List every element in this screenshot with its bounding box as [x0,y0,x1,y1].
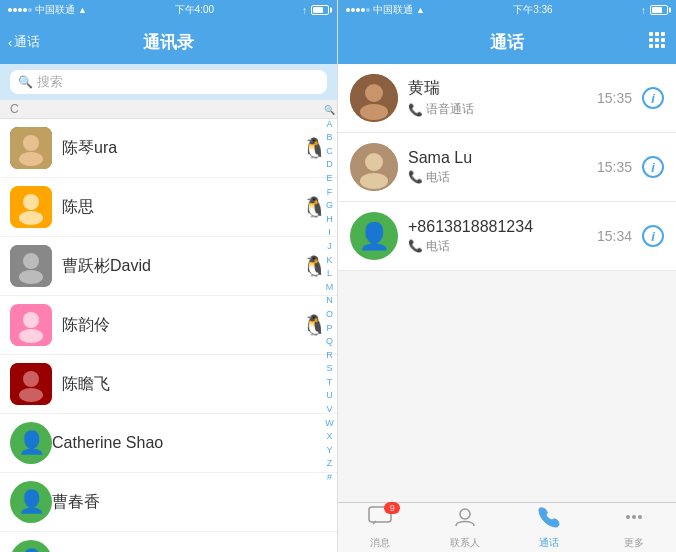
svg-point-11 [19,329,43,343]
index-z[interactable]: Z [327,457,333,470]
avatar: 👤 [350,212,398,260]
index-y[interactable]: Y [326,444,332,457]
tab-contacts[interactable]: 联系人 [423,503,508,552]
index-p[interactable]: P [326,322,332,335]
list-item[interactable]: 陈瞻飞 [0,355,337,414]
list-item[interactable]: 曹跃彬David 🐧 [0,237,337,296]
time-label: 下午4:00 [175,3,214,17]
list-item[interactable]: 黄瑞 📞 语音通话 15:35 i [338,64,676,133]
svg-point-7 [23,253,39,269]
svg-point-32 [626,515,630,519]
list-item[interactable]: 陈韵伶 🐧 [0,296,337,355]
index-a[interactable]: A [326,118,332,131]
person-icon: 👤 [18,430,45,456]
list-item[interactable]: 陈琴ura 🐧 [0,119,337,178]
svg-point-31 [460,509,470,519]
tab-bar: 9 消息 联系人 通话 [338,502,676,552]
call-time: 15:34 [597,228,632,244]
svg-rect-20 [661,38,665,42]
avatar: 👤 [10,540,52,552]
index-r[interactable]: R [326,349,333,362]
tab-calls[interactable]: 通话 [507,503,592,552]
call-time: 15:35 [597,159,632,175]
contact-list: C 陈琴ura 🐧 陈思 🐧 [0,100,337,552]
call-list: 黄瑞 📞 语音通话 15:35 i Sama Lu � [338,64,676,502]
svg-point-4 [23,194,39,210]
search-icon: 🔍 [18,75,33,89]
index-sidebar[interactable]: 🔍 A B C D E F G H I J K L M N O P Q R S … [322,100,337,552]
right-time-label: 下午3:36 [513,3,552,17]
tab-more[interactable]: 更多 [592,503,677,552]
info-button[interactable]: i [642,87,664,109]
index-f[interactable]: F [327,186,333,199]
left-panel: 中国联通 ▲ 下午4:00 ↑ ‹ 通话 通讯录 🔍 搜索 C [0,0,338,552]
index-i[interactable]: I [328,226,331,239]
location-icon: ↑ [302,5,307,16]
index-m[interactable]: M [326,281,334,294]
index-search[interactable]: 🔍 [324,104,335,117]
tab-contacts-label: 联系人 [450,536,480,550]
svg-point-34 [638,515,642,519]
list-item[interactable]: 👤 陈凤玲 [0,532,337,552]
index-h[interactable]: H [326,213,333,226]
svg-rect-21 [649,44,653,48]
contact-name: Catherine Shao [52,434,327,452]
avatar [10,304,52,346]
message-badge: 9 [384,502,400,514]
list-item[interactable]: 陈思 🐧 [0,178,337,237]
avatar [10,245,52,287]
index-c[interactable]: C [326,145,333,158]
list-item[interactable]: 👤 +8613818881234 📞 电话 15:34 i [338,202,676,271]
chevron-left-icon: ‹ [8,35,12,50]
index-o[interactable]: O [326,308,333,321]
svg-rect-15 [649,32,653,36]
phone-icon: 📞 [408,239,423,253]
call-time: 15:35 [597,90,632,106]
info-button[interactable]: i [642,225,664,247]
index-k[interactable]: K [326,254,332,267]
index-s[interactable]: S [326,362,332,375]
index-u[interactable]: U [326,389,333,402]
index-b[interactable]: B [326,131,332,144]
svg-point-1 [23,135,39,151]
index-l[interactable]: L [327,267,332,280]
index-j[interactable]: J [327,240,332,253]
tab-messages[interactable]: 9 消息 [338,503,423,552]
list-item[interactable]: Sama Lu 📞 电话 15:35 i [338,133,676,202]
phone-icon: 📞 [408,170,423,184]
call-info: +8613818881234 📞 电话 [408,218,587,255]
status-right: ↑ [302,5,329,16]
contact-name: 陈思 [62,197,302,218]
index-e[interactable]: E [326,172,332,185]
right-nav-bar: 通话 [338,20,676,64]
index-d[interactable]: D [326,158,333,171]
index-g[interactable]: G [326,199,333,212]
index-n[interactable]: N [326,294,333,307]
index-x[interactable]: X [326,430,332,443]
right-battery-icon [650,5,668,15]
avatar [10,186,52,228]
svg-rect-16 [655,32,659,36]
index-w[interactable]: W [325,417,334,430]
tab-calls-label: 通话 [539,536,559,550]
svg-point-25 [365,84,383,102]
tab-messages-label: 消息 [370,536,390,550]
avatar [350,143,398,191]
list-item[interactable]: 👤 曹春香 [0,473,337,532]
avatar [350,74,398,122]
grid-icon[interactable] [648,31,666,54]
list-item[interactable]: 👤 Catherine Shao [0,414,337,473]
info-button[interactable]: i [642,156,664,178]
svg-point-29 [360,173,388,189]
call-info: Sama Lu 📞 电话 [408,149,587,186]
person-icon: 👤 [18,548,45,552]
index-q[interactable]: Q [326,335,333,348]
index-t[interactable]: T [327,376,333,389]
messages-icon: 9 [368,506,392,534]
index-hash[interactable]: # [327,471,332,484]
back-button[interactable]: ‹ 通话 [8,33,40,51]
page-title: 通讯录 [143,31,194,54]
search-bar: 🔍 搜索 [0,64,337,100]
search-container[interactable]: 🔍 搜索 [10,70,327,94]
index-v[interactable]: V [326,403,332,416]
